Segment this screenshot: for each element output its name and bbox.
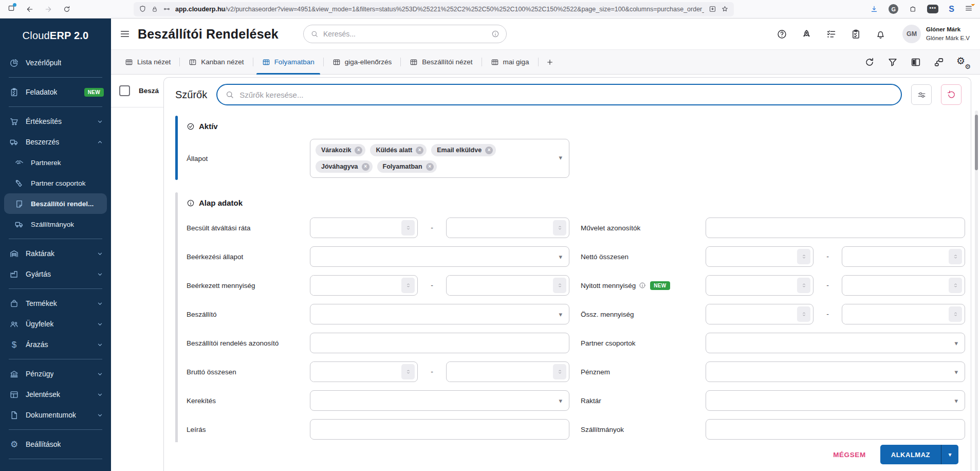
spinner-becsult-atvaltasi-rata-to[interactable] xyxy=(553,220,566,236)
sidebar-item-arazas[interactable]: $Árazás xyxy=(0,334,111,355)
text-input-szallitmanyok-szuro[interactable] xyxy=(706,419,965,440)
sidebar-item-termekek[interactable]: Termékek xyxy=(0,293,111,314)
sidebar-item-beszallitoi-rendelesek[interactable]: Beszállítói rendel... xyxy=(4,193,107,214)
sidebar-item-penzugy[interactable]: Pénzügy xyxy=(0,364,111,384)
tab-giga-ellenorzes[interactable]: giga-ellenőrzés xyxy=(324,50,401,74)
sidebar-item-ertekesites[interactable]: Értékesítés xyxy=(0,111,111,132)
clipboard-icon[interactable] xyxy=(850,29,861,40)
number-input-becsult-atvaltasi-rata-to[interactable] xyxy=(446,218,569,238)
text-input-muvelet-azonositok[interactable] xyxy=(706,218,965,238)
forward-icon[interactable] xyxy=(44,5,52,13)
chip-remove-icon[interactable]: × xyxy=(362,163,369,171)
address-bar[interactable]: app.clouderp.hu/v2/purchaseorder?view=49… xyxy=(134,2,734,16)
reload-icon[interactable] xyxy=(63,5,71,13)
spinner-ossz-mennyiseg-from[interactable] xyxy=(797,306,810,322)
permissions-icon[interactable] xyxy=(163,5,171,13)
sidebar-item-dokumentumok[interactable]: Dokumentumok xyxy=(0,405,111,425)
number-input-becsult-atvaltasi-rata-from[interactable] xyxy=(310,218,418,238)
select-all-checkbox[interactable] xyxy=(119,85,130,96)
select-kerekites[interactable]: ▾ xyxy=(310,390,569,411)
scrollbar-track[interactable] xyxy=(975,111,978,471)
select-beszallito[interactable]: ▾ xyxy=(310,304,569,324)
filter-funnel-icon[interactable] xyxy=(887,57,898,68)
number-field-netto-osszesen-to[interactable] xyxy=(845,247,949,266)
number-input-ossz-mennyiseg-from[interactable] xyxy=(706,304,813,324)
number-input-nyitott-mennyiseg-to[interactable] xyxy=(842,275,965,296)
user-menu[interactable]: GM Glóner Márk Glóner Márk E.V xyxy=(902,25,970,43)
multiselect-allapot[interactable]: Várakozik×Küldés alatt×Email elküldve×Jó… xyxy=(310,139,569,178)
sidebar-item-ugyfelek[interactable]: Ügyfelek xyxy=(0,314,111,334)
lock-icon[interactable] xyxy=(151,6,158,13)
global-search[interactable] xyxy=(303,25,507,43)
sidebar-item-beszerzes[interactable]: Beszerzés xyxy=(0,132,111,152)
rocket-icon[interactable] xyxy=(801,29,812,40)
filter-layout-button[interactable] xyxy=(911,84,932,105)
select-penznem[interactable]: ▾ xyxy=(706,361,965,382)
shield-icon[interactable] xyxy=(139,5,146,13)
number-field-nyitott-mennyiseg-from[interactable] xyxy=(709,276,797,295)
save-page-icon[interactable] xyxy=(709,5,716,13)
apply-button[interactable]: ALKALMAZ xyxy=(880,445,941,464)
table-settings-icon[interactable]: ⚙⚙ xyxy=(956,56,970,68)
select-raktar[interactable]: ▾ xyxy=(706,390,965,411)
tab-preview-button[interactable] xyxy=(7,4,15,14)
select-beerkezesi-allapot[interactable]: ▾ xyxy=(310,246,569,267)
spinner-nyitott-mennyiseg-from[interactable] xyxy=(797,278,810,293)
sidebar-item-gyartas[interactable]: Gyártás xyxy=(0,264,111,284)
checklist-icon[interactable] xyxy=(826,29,837,40)
text-input-beszallitoi-rendeles-azonosito[interactable] xyxy=(310,333,569,353)
number-field-ossz-mennyiseg-to[interactable] xyxy=(845,304,949,324)
sidebar-item-jelentesek[interactable]: Jelentések xyxy=(0,384,111,405)
spinner-brutto-osszesen-to[interactable] xyxy=(553,364,566,379)
number-field-netto-osszesen-from[interactable] xyxy=(709,247,797,266)
notifications-bell-icon[interactable] xyxy=(875,29,886,40)
hamburger-menu-icon[interactable] xyxy=(119,28,131,40)
filter-search[interactable] xyxy=(216,84,902,105)
chip-allapot-4[interactable]: Folyamatban× xyxy=(377,160,437,173)
number-field-ossz-mennyiseg-from[interactable] xyxy=(709,304,797,324)
cancel-button[interactable]: MÉGSEM xyxy=(833,451,866,459)
g-extension-icon[interactable]: G xyxy=(889,4,898,14)
spinner-nyitott-mennyiseg-to[interactable] xyxy=(949,278,962,293)
filter-search-input[interactable] xyxy=(239,90,893,99)
sidebar-item-partner-csoportok[interactable]: Partner csoportok xyxy=(0,173,111,193)
number-field-becsult-atvaltasi-rata-from[interactable] xyxy=(313,218,401,238)
tab-lista-nezet[interactable]: Lista nézet xyxy=(116,50,179,74)
tab-mai-giga[interactable]: mai giga xyxy=(482,50,538,74)
number-input-brutto-osszesen-to[interactable] xyxy=(446,361,569,382)
filter-reset-button[interactable] xyxy=(941,84,961,105)
number-field-nyitott-mennyiseg-to[interactable] xyxy=(845,276,949,295)
global-search-input[interactable] xyxy=(323,30,487,38)
chip-allapot-3[interactable]: Jóváhagyva× xyxy=(316,160,373,173)
column-header[interactable]: Beszá xyxy=(139,87,159,95)
sidebar-item-beallitasok[interactable]: ⚙Beállítások xyxy=(0,434,111,455)
search-info-icon[interactable] xyxy=(491,30,500,38)
more-extensions-icon[interactable]: ••• xyxy=(927,5,938,13)
number-input-netto-osszesen-from[interactable] xyxy=(706,246,813,267)
number-input-beerkezett-mennyiseg-to[interactable] xyxy=(446,275,569,296)
add-view-button[interactable] xyxy=(539,50,561,74)
back-icon[interactable] xyxy=(26,5,34,13)
spinner-beerkezett-mennyiseg-to[interactable] xyxy=(553,278,566,293)
select-partner-csoportok-szuro[interactable]: ▾ xyxy=(706,333,965,353)
spinner-becsult-atvaltasi-rata-from[interactable] xyxy=(401,220,415,236)
sidebar-item-partnerek[interactable]: Partnerek xyxy=(0,152,111,173)
scrollbar-thumb[interactable] xyxy=(975,115,978,170)
number-input-brutto-osszesen-from[interactable] xyxy=(310,361,418,382)
number-field-brutto-osszesen-from[interactable] xyxy=(313,362,401,382)
tab-kanban-nezet[interactable]: Kanban nézet xyxy=(180,50,252,74)
extension-icon[interactable] xyxy=(909,5,917,13)
chip-remove-icon[interactable]: × xyxy=(426,163,434,171)
browser-menu-button[interactable] xyxy=(965,4,973,14)
number-field-brutto-osszesen-to[interactable] xyxy=(449,362,553,382)
spinner-beerkezett-mennyiseg-from[interactable] xyxy=(401,278,415,293)
sidebar-item-szallitmanyok[interactable]: Szállítmányok xyxy=(0,214,111,234)
number-input-netto-osszesen-to[interactable] xyxy=(842,246,965,267)
sidebar-item-feladatok[interactable]: FeladatokNEW xyxy=(0,82,111,102)
s-extension-icon[interactable]: S xyxy=(949,5,954,14)
tab-beszallitoi-nezet[interactable]: Beszállítói nézet xyxy=(401,50,481,74)
number-input-nyitott-mennyiseg-from[interactable] xyxy=(706,275,813,296)
chip-remove-icon[interactable]: × xyxy=(485,147,493,154)
spinner-netto-osszesen-to[interactable] xyxy=(949,249,962,264)
chip-remove-icon[interactable]: × xyxy=(355,147,362,154)
